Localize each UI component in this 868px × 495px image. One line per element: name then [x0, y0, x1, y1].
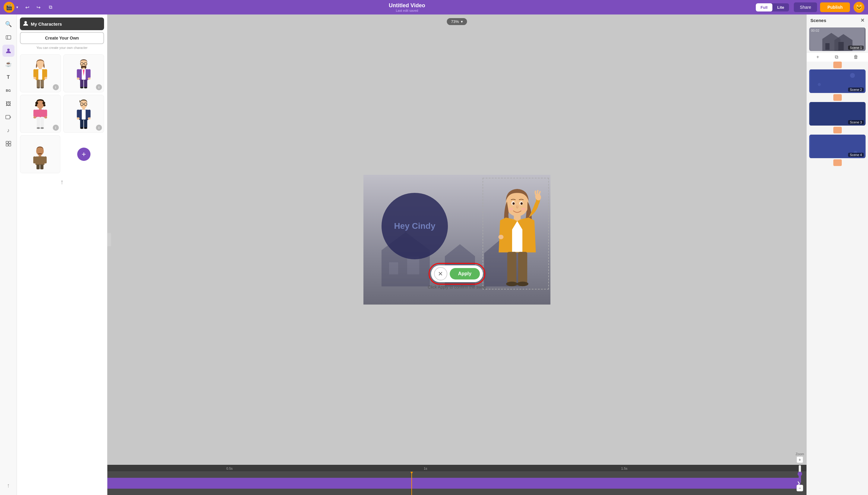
svg-rect-16 — [37, 80, 40, 87]
svg-point-35 — [88, 78, 90, 80]
svg-rect-17 — [41, 80, 44, 87]
svg-rect-30 — [77, 69, 79, 78]
svg-point-2 — [7, 49, 10, 51]
svg-rect-47 — [34, 109, 36, 117]
character-card-1[interactable]: i — [20, 54, 61, 92]
undo-button[interactable]: ↩ — [23, 3, 32, 12]
character-card-2[interactable]: i — [63, 54, 104, 92]
video-sidebar-button[interactable] — [2, 111, 15, 123]
svg-rect-3 — [6, 115, 10, 119]
char-info-3-button[interactable]: i — [53, 125, 59, 131]
svg-point-19 — [45, 77, 47, 79]
svg-point-34 — [77, 78, 79, 80]
char-man-mustache — [30, 145, 50, 169]
svg-point-67 — [84, 127, 87, 129]
video-title: Untitled Video — [58, 2, 434, 9]
svg-rect-70 — [36, 156, 45, 165]
collapse-panel-button[interactable]: ‹ — [107, 233, 111, 246]
char-man-dark — [74, 99, 93, 129]
create-own-button[interactable]: Create Your Own — [20, 32, 104, 44]
save-status: Last edit saved — [58, 9, 434, 12]
svg-point-51 — [37, 127, 40, 129]
char-info-4-button[interactable]: i — [96, 125, 102, 131]
svg-rect-15 — [45, 69, 47, 77]
copy-button[interactable]: ⧉ — [47, 3, 55, 11]
main-canvas: 73% ▾ Hey Cindy — [107, 15, 434, 248]
char-woman-yellow — [31, 58, 50, 88]
svg-rect-71 — [36, 165, 40, 169]
svg-rect-13 — [38, 69, 42, 80]
svg-rect-73 — [34, 156, 36, 163]
svg-point-41 — [35, 104, 37, 106]
add-character-button[interactable]: + — [77, 148, 90, 161]
char-man-purple — [74, 58, 93, 88]
svg-marker-4 — [10, 116, 11, 118]
svg-rect-62 — [80, 120, 83, 128]
svg-point-66 — [80, 127, 83, 129]
text-sidebar-button[interactable]: T — [2, 71, 15, 83]
left-sidebar: 🔍 ☕ T BG 🖼 ♪ ↑ — [0, 15, 17, 248]
svg-point-65 — [88, 117, 90, 120]
character-figure-4 — [73, 99, 94, 129]
my-characters-tab[interactable]: My Characters — [20, 17, 104, 30]
redo-button[interactable]: ↪ — [34, 3, 43, 12]
svg-point-36 — [80, 87, 83, 88]
svg-rect-48 — [45, 109, 47, 117]
svg-rect-61 — [88, 109, 90, 118]
svg-point-64 — [77, 117, 79, 120]
sticker-sidebar-button[interactable] — [2, 138, 15, 150]
upload-area: ↑ — [19, 178, 105, 186]
logo-symbol: 🎬 — [6, 4, 12, 11]
svg-point-49 — [34, 116, 36, 118]
title-area: Untitled Video Last edit saved — [58, 2, 434, 12]
search-sidebar-button[interactable]: 🔍 — [2, 18, 15, 30]
characters-sidebar-button[interactable] — [2, 45, 15, 57]
svg-point-42 — [43, 104, 46, 106]
scenes-sidebar-button[interactable] — [2, 31, 15, 44]
svg-rect-31 — [88, 69, 90, 78]
character-figure-5 — [30, 139, 51, 169]
svg-rect-59 — [82, 109, 86, 120]
svg-rect-0 — [6, 36, 11, 39]
svg-rect-45 — [37, 117, 40, 128]
music-sidebar-button[interactable]: ♪ — [2, 124, 15, 136]
characters-tab-icon — [23, 20, 28, 27]
character-figure-2 — [73, 58, 94, 88]
svg-rect-33 — [84, 80, 87, 87]
svg-point-21 — [41, 87, 44, 88]
svg-rect-7 — [6, 144, 8, 146]
svg-point-20 — [37, 87, 40, 88]
character-figure-3 — [30, 99, 51, 129]
character-card-4[interactable]: i — [63, 95, 104, 133]
scene-circle-text: Hey Cindy — [394, 221, 434, 231]
svg-point-9 — [24, 21, 27, 23]
character-figure-1 — [30, 58, 51, 88]
character-card-5[interactable] — [20, 135, 60, 173]
svg-rect-46 — [41, 117, 44, 128]
logo-icon[interactable]: 🎬 — [4, 2, 15, 13]
svg-point-39 — [35, 102, 38, 104]
svg-rect-8 — [9, 144, 11, 146]
svg-point-18 — [34, 77, 36, 79]
character-card-3[interactable]: i — [20, 95, 61, 133]
char-info-1-button[interactable]: i — [53, 84, 59, 90]
background-sidebar-button[interactable]: BG — [2, 85, 15, 97]
undo-redo-group: ↩ ↪ — [23, 3, 43, 12]
characters-tab-label: My Characters — [31, 21, 62, 27]
dropdown-arrow[interactable]: ▾ — [16, 5, 18, 10]
chars-last-row: + — [17, 135, 107, 176]
coffee-sidebar-button[interactable]: ☕ — [2, 58, 15, 70]
svg-point-37 — [84, 87, 87, 88]
characters-grid: i — [17, 52, 107, 135]
scene-frame: Hey Cindy — [364, 175, 434, 248]
svg-rect-74 — [44, 156, 47, 163]
char-info-2-button[interactable]: i — [96, 84, 102, 90]
create-subtitle: You can create your own character — [17, 46, 107, 50]
image-sidebar-button[interactable]: 🖼 — [2, 98, 15, 110]
upload-icon[interactable]: ↑ — [60, 178, 64, 186]
svg-point-40 — [42, 102, 45, 104]
svg-point-52 — [41, 127, 44, 129]
svg-rect-5 — [6, 141, 8, 143]
add-character-area: + — [64, 135, 104, 173]
svg-point-50 — [45, 116, 47, 118]
